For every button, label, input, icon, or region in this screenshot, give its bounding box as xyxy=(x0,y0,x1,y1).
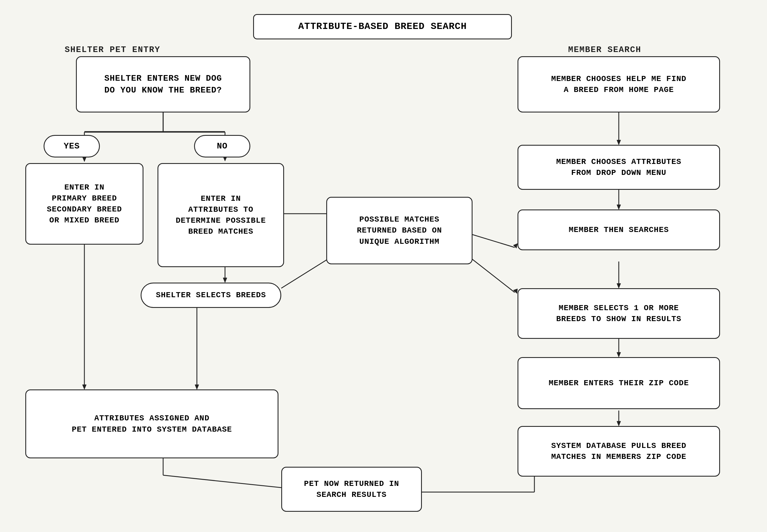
svg-marker-34 xyxy=(617,283,621,288)
member-then-searches-box: MEMBER THEN SEARCHES xyxy=(518,209,720,250)
member-section-label: MEMBER SEARCH xyxy=(534,45,675,55)
title-box: ATTRIBUTE-BASED BREED SEARCH xyxy=(253,14,512,39)
svg-marker-18 xyxy=(223,278,227,283)
member-chooses-attr-box: MEMBER CHOOSES ATTRIBUTES FROM DROP DOWN… xyxy=(518,145,720,190)
attributes-assigned-box: ATTRIBUTES ASSIGNED AND PET ENTERED INTO… xyxy=(25,389,278,458)
svg-marker-5 xyxy=(82,157,86,162)
svg-marker-10 xyxy=(82,385,86,389)
shelter-section-label: SHELTER PET ENTRY xyxy=(42,45,183,55)
shelter-enters-box: SHELTER ENTERS NEW DOG DO YOU KNOW THE B… xyxy=(76,56,250,112)
yes-box: YES xyxy=(44,135,100,157)
system-database-box: SYSTEM DATABASE PULLS BREED MATCHES IN M… xyxy=(518,426,720,477)
shelter-selects-box: SHELTER SELECTS BREEDS xyxy=(141,283,281,308)
pet-returned-box: PET NOW RETURNED IN SEARCH RESULTS xyxy=(281,467,422,512)
svg-marker-16 xyxy=(195,385,199,389)
svg-marker-22 xyxy=(513,289,518,294)
svg-marker-38 xyxy=(617,421,621,426)
svg-marker-20 xyxy=(513,244,518,248)
possible-matches-box: POSSIBLE MATCHES RETURNED BASED ON UNIQU… xyxy=(326,197,473,264)
svg-marker-36 xyxy=(617,352,621,357)
enter-attributes-box: ENTER IN ATTRIBUTES TO DETERMINE POSSIBL… xyxy=(158,163,284,267)
member-enters-zip-box: MEMBER ENTERS THEIR ZIP CODE xyxy=(518,357,720,409)
no-box: NO xyxy=(194,135,250,157)
diagram-container: ATTRIBUTE-BASED BREED SEARCH SHELTER PET… xyxy=(0,0,767,532)
member-chooses-help-box: MEMBER CHOOSES HELP ME FIND A BREED FROM… xyxy=(518,56,720,112)
enter-primary-box: ENTER IN PRIMARY BREED SECONDARY BREED O… xyxy=(25,163,143,245)
svg-marker-30 xyxy=(617,140,621,145)
member-selects-box: MEMBER SELECTS 1 OR MORE BREEDS TO SHOW … xyxy=(518,288,720,339)
svg-marker-32 xyxy=(617,205,621,209)
